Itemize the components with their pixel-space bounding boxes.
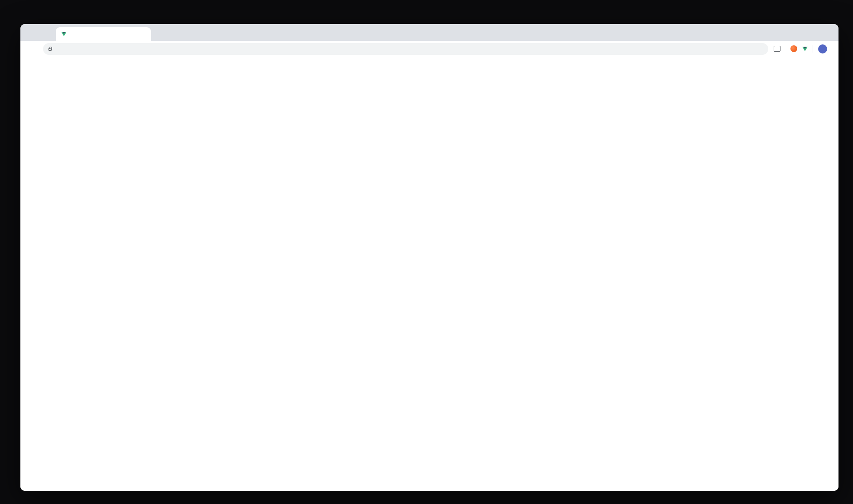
vue-favicon xyxy=(61,32,67,36)
minimize-window-button[interactable] xyxy=(36,30,41,35)
window-controls xyxy=(27,30,50,35)
address-bar[interactable] xyxy=(43,43,768,55)
browser-window xyxy=(20,24,838,491)
ssl-lock-icon xyxy=(48,48,52,51)
toolbar-right xyxy=(774,44,832,53)
chrome-profile-avatar[interactable] xyxy=(818,44,827,53)
browser-toolbar xyxy=(20,41,838,57)
vue-devtools-icon[interactable] xyxy=(802,47,808,51)
new-tab-button[interactable] xyxy=(151,28,164,40)
toolbar-divider xyxy=(813,45,813,53)
browser-tab[interactable] xyxy=(56,27,151,41)
close-window-button[interactable] xyxy=(27,30,32,35)
extension-icon[interactable] xyxy=(790,45,797,52)
desktop-background xyxy=(0,0,853,504)
translate-icon[interactable] xyxy=(774,46,780,52)
browser-tab-strip xyxy=(20,24,838,41)
fullscreen-window-button[interactable] xyxy=(45,30,50,35)
page-content xyxy=(20,57,838,491)
